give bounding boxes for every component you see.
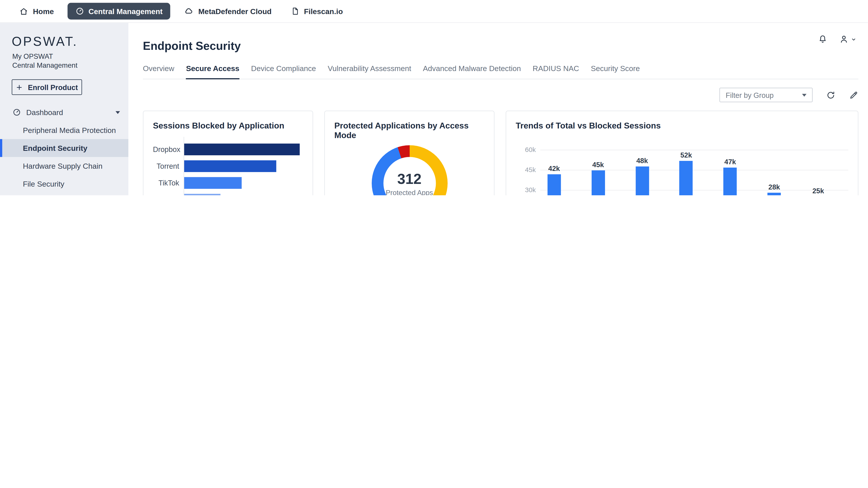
sidebar-item-hardware-supply-chain[interactable]: Hardware Supply Chain <box>0 157 128 175</box>
nav-central-management[interactable]: Central Management <box>67 3 170 20</box>
tab-advanced-malware-detection[interactable]: Advanced Malware Detection <box>423 64 521 79</box>
sidebar: OPSWAT. My OPSWAT Central Management Enr… <box>0 23 128 195</box>
bar-cell: 47k <box>723 158 737 195</box>
sidebar-item-peripheral-media-protection[interactable]: Peripheral Media Protection <box>0 121 128 139</box>
bar-row: Dropbox <box>153 144 303 155</box>
bell-icon <box>818 34 828 44</box>
filter-by-group-select[interactable]: Filter by Group <box>719 88 813 102</box>
document-icon <box>290 7 299 16</box>
bar <box>591 170 605 195</box>
page-title: Endpoint Security <box>143 39 859 53</box>
home-icon <box>19 6 29 16</box>
utility-icons <box>818 34 857 44</box>
bar-group: 28k3.2k <box>768 183 797 195</box>
bar-value-label: 47k <box>724 158 736 166</box>
bar <box>679 161 693 195</box>
product-line1: My OPSWAT <box>12 53 119 61</box>
chevron-down-icon <box>850 36 857 42</box>
opswat-logo: OPSWAT. <box>0 34 128 49</box>
tab-radius-nac[interactable]: RADIUS NAC <box>533 64 579 79</box>
charts-row: Sessions Blocked by Application DropboxT… <box>143 111 859 195</box>
donut-center: 312 Protected Apps <box>383 157 436 195</box>
dashboard-gauge-icon <box>12 108 21 117</box>
bar <box>636 166 649 195</box>
product-line2: Central Management <box>12 61 119 70</box>
tab-bar: Overview Secure Access Device Compliance… <box>143 64 859 80</box>
tab-vulnerability-assessment[interactable]: Vulnerability Assessment <box>328 64 411 79</box>
nav-filescan[interactable]: Filescan.io <box>285 3 348 19</box>
sidebar-item-regulation-and-standards[interactable]: Regulation and Standards <box>0 193 128 195</box>
sidebar-item-label: Dashboard <box>26 108 116 117</box>
card-title: Sessions Blocked by Application <box>153 121 303 130</box>
bar-cell: 28k <box>768 183 781 195</box>
user-icon <box>839 34 849 44</box>
tab-secure-access[interactable]: Secure Access <box>186 64 239 79</box>
bar <box>184 144 299 155</box>
chevron-down-icon <box>802 94 807 96</box>
bar-category-label: Torrent <box>153 162 184 171</box>
notifications-button[interactable] <box>818 34 828 44</box>
bar-value-label: 25k <box>812 188 824 195</box>
bar-value-label: 45k <box>592 161 604 169</box>
grouped-bar-chart: 015k30k45k60k42k2.8k45k3.1k48k5.2k52k8.4… <box>516 140 848 195</box>
filter-by-group-value: Filter by Group <box>725 91 802 99</box>
card-sessions-blocked-by-application: Sessions Blocked by Application DropboxT… <box>143 111 313 195</box>
bar-group: 42k2.8k <box>548 165 577 195</box>
plus-icon <box>16 84 23 91</box>
bar <box>548 174 561 195</box>
bar-value-label: 42k <box>548 165 560 172</box>
card-title: Protected Applications by Access Mode <box>335 121 485 140</box>
sidebar-item-file-security[interactable]: File Security <box>0 175 128 193</box>
bar-row: ChatGPT <box>153 194 303 195</box>
bar <box>723 168 737 195</box>
bar-group: 48k5.2k <box>636 157 665 195</box>
product-name: My OPSWAT Central Management <box>0 49 128 70</box>
sidebar-nav: Dashboard Peripheral Media Protection En… <box>0 104 128 195</box>
user-menu-button[interactable] <box>839 34 857 44</box>
bar-pair: 28k3.2k <box>768 183 797 195</box>
y-tick-label: 60k <box>516 146 536 154</box>
bar-track <box>184 177 301 189</box>
top-navigation-bar: Home Central Management MetaDefender Clo… <box>0 0 868 23</box>
refresh-icon <box>826 90 836 100</box>
sidebar-item-label: Peripheral Media Protection <box>23 126 120 135</box>
bar-group: 25k1.7k <box>811 188 841 195</box>
gbar-wrap: 015k30k45k60k42k2.8k45k3.1k48k5.2k52k8.4… <box>516 140 848 195</box>
gbar-plot: 015k30k45k60k42k2.8k45k3.1k48k5.2k52k8.4… <box>540 140 848 195</box>
bar-cell: 42k <box>548 165 561 195</box>
bar-group: 52k8.4k <box>679 151 709 195</box>
bar-value-label: 28k <box>769 183 780 191</box>
pencil-icon <box>849 90 859 100</box>
bar-pair: 45k3.1k <box>591 161 621 195</box>
nav-home[interactable]: Home <box>13 3 59 20</box>
hbar-chart: DropboxTorrentTikTokChatGPTMega.nz02k4k6… <box>153 144 303 195</box>
donut-center-value: 312 <box>397 170 421 188</box>
bar-row: TikTok <box>153 177 303 189</box>
bar-row: Torrent <box>153 161 303 172</box>
bar <box>184 161 276 172</box>
bar-group: 45k3.1k <box>591 161 621 195</box>
sidebar-item-endpoint-security[interactable]: Endpoint Security <box>0 139 128 157</box>
enroll-product-button[interactable]: Enroll Product <box>12 80 82 95</box>
bar-group: 47k6.1k <box>723 158 753 195</box>
nav-filescan-label: Filescan.io <box>304 7 343 16</box>
bar-track <box>184 161 301 172</box>
tab-overview[interactable]: Overview <box>143 64 174 79</box>
enroll-product-label: Enroll Product <box>28 83 78 92</box>
tab-security-score[interactable]: Security Score <box>591 64 640 79</box>
bar-pair: 42k2.8k <box>548 165 577 195</box>
card-trends-total-vs-blocked: Trends of Total vs Blocked Sessions 015k… <box>506 111 859 195</box>
nav-home-label: Home <box>33 7 54 16</box>
edit-dashboard-button[interactable] <box>849 90 859 100</box>
sidebar-item-label: Hardware Supply Chain <box>23 162 120 170</box>
donut-center-label: Protected Apps <box>386 189 433 195</box>
sidebar-item-dashboard[interactable]: Dashboard <box>0 104 128 121</box>
bar-groups: 42k2.8k45k3.1k48k5.2k52k8.4k47k6.1k28k3.… <box>540 140 848 195</box>
bar <box>184 177 242 189</box>
tab-device-compliance[interactable]: Device Compliance <box>251 64 316 79</box>
nav-metadefender-cloud[interactable]: MetaDefender Cloud <box>178 3 277 20</box>
cloud-icon <box>184 6 194 16</box>
bar <box>768 193 781 195</box>
refresh-button[interactable] <box>826 90 836 100</box>
bar-value-label: 52k <box>680 151 692 159</box>
